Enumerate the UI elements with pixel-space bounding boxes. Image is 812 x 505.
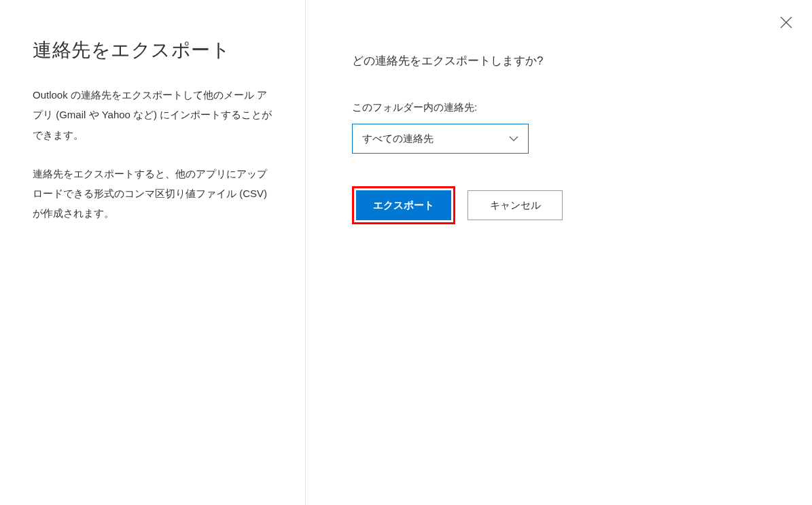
export-button[interactable]: エクスポート — [356, 190, 451, 220]
chevron-down-icon — [509, 134, 518, 143]
button-row: エクスポート キャンセル — [352, 186, 779, 224]
description-1: Outlook の連絡先をエクスポートして他のメール アプリ (Gmail や … — [33, 85, 272, 145]
export-highlight-box: エクスポート — [352, 186, 455, 224]
folder-dropdown[interactable]: すべての連絡先 — [352, 124, 529, 154]
page-title: 連絡先をエクスポート — [33, 37, 272, 63]
export-question: どの連絡先をエクスポートしますか? — [352, 53, 779, 69]
right-panel: どの連絡先をエクスポートしますか? このフォルダー内の連絡先: すべての連絡先 … — [306, 0, 812, 505]
dialog-container: 連絡先をエクスポート Outlook の連絡先をエクスポートして他のメール アプ… — [0, 0, 812, 505]
folder-label: このフォルダー内の連絡先: — [352, 101, 779, 114]
description-2: 連絡先をエクスポートすると、他のアプリにアップロードできる形式のコンマ区切り値フ… — [33, 164, 272, 224]
dropdown-selected-value: すべての連絡先 — [362, 133, 434, 145]
cancel-button[interactable]: キャンセル — [467, 190, 563, 220]
left-panel: 連絡先をエクスポート Outlook の連絡先をエクスポートして他のメール アプ… — [0, 0, 306, 505]
